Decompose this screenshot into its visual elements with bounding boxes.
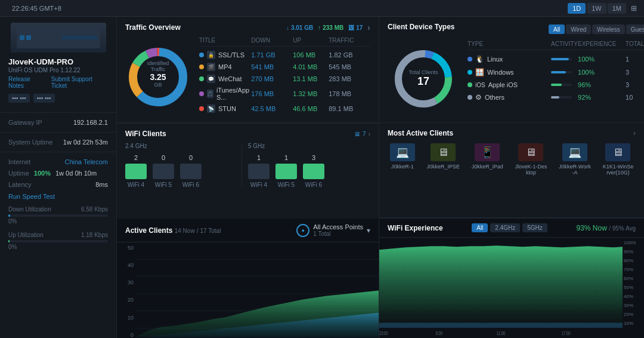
svg-marker-32 [379, 323, 623, 328]
th-title: TITLE [199, 37, 251, 44]
donut-unit: GB [142, 82, 175, 88]
band-24-bars: 2 WiFi 4 0 WiFi 5 0 [125, 154, 236, 188]
client-row-linux: 🐧 Linux 100% 1 [467, 53, 644, 66]
client-donut-sub: Total Clients [408, 69, 438, 75]
wifi-count: 🖥 7 › [354, 131, 370, 137]
grid-icon[interactable]: ⊞ [631, 4, 637, 13]
ap-name: All Access Points [313, 223, 363, 231]
middle-row: WiFi Clients 🖥 7 › 2.4 GHz 2 WiFi 4 [117, 123, 644, 219]
traffic-overview-panel: Traffic Overview ↓ 3.01 GB ↑ 233 MB 🖼 17… [117, 17, 379, 122]
bar-24-wifi4: 2 WiFi 4 [125, 154, 147, 188]
client-donut-container: Total Clients 17 [388, 41, 459, 116]
device-name: JloveK-UDM-PRO [0, 57, 116, 66]
device-name-5: J0kkeR-Work-A [559, 164, 591, 176]
tab-guest[interactable]: Guest [626, 24, 644, 34]
traffic-next-icon[interactable]: › [367, 23, 370, 32]
support-ticket-link[interactable]: Submit Support Ticket [51, 76, 108, 89]
we-tab-24[interactable]: 2.4GHz [490, 223, 520, 232]
we-avg-val: 95% Avg [612, 225, 636, 232]
we-tab-all[interactable]: All [472, 223, 488, 232]
device-name-4: JloveK-1-Desktop [515, 164, 547, 176]
client-icon-3: 📱 J0kkeR_iPad [472, 143, 503, 176]
client-icons-row: 💻 J0kkeR-1 🖥 J0kkeR_IPSE 📱 J0kkeR_iPad 🖥… [388, 143, 636, 176]
run-speed-test-btn[interactable]: Run Speed Test [0, 190, 116, 202]
sidebar: JloveK-UDM-PRO UniFi OS UDM Pro 1.12.22 … [0, 17, 117, 338]
most-active-next-icon[interactable]: › [633, 129, 636, 137]
ap-info: All Access Points 1 Total [313, 223, 363, 237]
period-1w[interactable]: 1W [587, 3, 606, 14]
client-icon-6: 🖥 K1K1-WinServer(10G) [603, 143, 634, 176]
svg-text:23:00: 23:00 [379, 331, 388, 336]
client-device-table: TYPE ACTIVITY EXPERIENCE TOTAL 🐧 Linux [467, 41, 644, 116]
up-util-pct: 0% [8, 244, 108, 250]
most-active-header: Most Active Clients › [388, 129, 636, 137]
device-links: Release Notes Submit Support Ticket [0, 76, 116, 94]
top-panels: Traffic Overview ↓ 3.01 GB ↑ 233 MB 🖼 17… [117, 17, 644, 123]
we-title-group: WiFi Experience [388, 224, 443, 232]
down-util-pct: 0% [8, 218, 108, 225]
internet-value: China Telecom [64, 158, 108, 165]
most-active-title: Most Active Clients [388, 129, 453, 137]
bar-5-wifi4: 1 WiFi 4 [248, 154, 270, 188]
device-name-3: J0kkeR_iPad [472, 164, 503, 170]
bar-24-wifi5-visual [153, 164, 174, 179]
tab-wired[interactable]: Wired [566, 24, 591, 34]
traffic-row-stun: 📡 STUN 42.5 MB 46.6 MB 89.1 MB [199, 103, 370, 115]
ac-chart-area: 50 40 30 20 10 0 [117, 242, 379, 338]
wifi-exp-panel: WiFi Experience All 2.4GHz 5GHz 93% Now … [379, 219, 644, 338]
we-tab-5[interactable]: 5GHz [522, 223, 547, 232]
traffic-title-text: Traffic Overview [125, 23, 181, 32]
ap-dropdown-icon[interactable]: ▾ [367, 226, 370, 235]
ac-chart: 23:00 5:00 11:00 17:00 [136, 242, 379, 338]
traffic-content: Identified Traffic 3.25 GB TITLE DOWN UP… [125, 37, 370, 116]
bar-24-wifi4-visual [125, 164, 147, 179]
active-clients-panel: Active Clients 14 Now / 17 Total ● All A… [117, 219, 379, 338]
mp4-icon: 🎬 [207, 63, 215, 71]
period-1d[interactable]: 1D [568, 3, 586, 14]
tab-wireless[interactable]: Wireless [592, 24, 624, 34]
wifi-next-icon[interactable]: › [369, 131, 370, 137]
donut-label-text: Identified Traffic [142, 60, 175, 72]
traffic-up-stat: ↑ 233 MB [318, 24, 343, 31]
we-now: 93% Now [576, 224, 606, 232]
ssl-icon: 🔒 [207, 51, 215, 59]
client-device-title: Client Device Types [388, 23, 455, 31]
device-icon-2: 🖥 [431, 143, 456, 161]
device-icon-1: 💻 [390, 143, 415, 161]
ac-y-axis: 50 40 30 20 10 0 [117, 242, 136, 338]
traffic-row-wechat: 💬 WeChat 270 MB 13.1 MB 283 MB [199, 73, 370, 85]
traffic-table-header: TITLE DOWN UP TRAFFIC [199, 37, 370, 47]
bar-5-wifi5-visual [275, 164, 297, 179]
device-name-6: K1K1-WinServer(10G) [603, 164, 634, 176]
ac-ap-group: ● All Access Points 1 Total ▾ [296, 223, 370, 237]
client-device-content: Total Clients 17 TYPE ACTIVITY EXPERIENC… [388, 41, 644, 116]
up-util-value: 1.18 Kbps [81, 232, 108, 238]
gateway-ip-row: Gateway IP 192.168.2.1 [0, 116, 116, 128]
we-y-axis: 100% 90% 80% 70% 60% 50% 40% 30% 20% 10% [623, 238, 644, 338]
device-icon-5: 💻 [562, 143, 587, 161]
svg-text:5:00: 5:00 [436, 331, 442, 336]
traffic-row-mp4: 🎬 MP4 541 MB 4.01 MB 545 MB [199, 61, 370, 73]
uptime-row: Uptime 100% 1w 0d 0h 10m [0, 168, 116, 179]
client-icon-5: 💻 J0kkeR-Work-A [559, 143, 591, 176]
ip-row: ••• ••• ••• ••• [0, 94, 116, 109]
we-stats: 93% Now / 95% Avg [576, 224, 636, 232]
tab-all[interactable]: All [549, 24, 565, 34]
device-image [11, 23, 106, 53]
device-icon-3: 📱 [475, 143, 500, 161]
client-row-others: ⚙ Others 92% 10 [467, 91, 644, 104]
we-header: WiFi Experience All 2.4GHz 5GHz 93% Now … [379, 219, 644, 238]
device-icon-4: 🖥 [518, 143, 543, 161]
release-notes-link[interactable]: Release Notes [8, 76, 47, 89]
traffic-down-stat: ↓ 3.01 GB [286, 24, 313, 31]
client-icon-4: 🖥 JloveK-1-Desktop [515, 143, 547, 176]
band-5-title: 5 GHz [248, 143, 358, 149]
device-name-1: J0kkeR-1 [391, 164, 414, 170]
band-24-group: 2.4 GHz 2 WiFi 4 0 WiFi 5 [125, 143, 242, 188]
period-1m[interactable]: 1M [608, 3, 626, 14]
wifi-clients-header: WiFi Clients 🖥 7 › [125, 130, 370, 138]
we-chart: 23:00 5:00 11:00 17:00 [379, 238, 623, 338]
client-row-windows: 🪟 Windows 100% 3 [467, 66, 644, 79]
internet-label: Internet [8, 158, 30, 165]
band-5-bars: 1 WiFi 4 1 WiFi 5 3 [248, 154, 358, 188]
